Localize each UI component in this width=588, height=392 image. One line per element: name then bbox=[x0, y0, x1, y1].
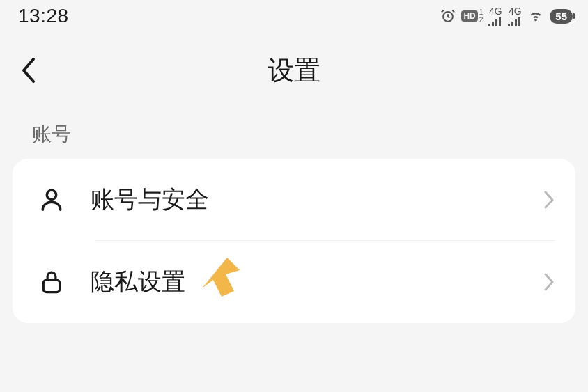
chevron-right-icon bbox=[543, 272, 555, 292]
row-label: 隐私设置 bbox=[91, 266, 543, 298]
svg-point-9 bbox=[47, 190, 56, 199]
chevron-right-icon bbox=[543, 190, 555, 210]
svg-rect-7 bbox=[515, 19, 517, 26]
back-button[interactable] bbox=[14, 55, 45, 86]
svg-rect-5 bbox=[508, 24, 510, 26]
svg-rect-4 bbox=[499, 17, 501, 26]
svg-rect-8 bbox=[518, 17, 520, 26]
status-time: 13:28 bbox=[18, 5, 69, 27]
svg-rect-2 bbox=[492, 22, 494, 26]
page-title: 设置 bbox=[14, 53, 574, 88]
user-icon bbox=[36, 185, 67, 215]
lock-icon bbox=[36, 267, 67, 297]
row-privacy-settings[interactable]: 隐私设置 bbox=[13, 241, 575, 323]
row-label: 账号与安全 bbox=[91, 184, 543, 216]
chevron-left-icon bbox=[21, 56, 38, 84]
settings-card: 账号与安全 隐私设置 bbox=[13, 159, 575, 323]
signal-1-icon: 4G bbox=[488, 6, 502, 26]
row-account-security[interactable]: 账号与安全 bbox=[13, 159, 575, 241]
hd-badge: HD 1 2 bbox=[461, 9, 483, 24]
status-bar: 13:28 HD 1 2 4G 4G 55 bbox=[0, 0, 588, 31]
nav-bar: 设置 bbox=[0, 31, 588, 100]
svg-rect-10 bbox=[43, 280, 59, 292]
wifi-icon bbox=[527, 9, 544, 23]
battery-indicator: 55 bbox=[550, 9, 573, 24]
status-icons: HD 1 2 4G 4G 55 bbox=[440, 6, 573, 26]
alarm-icon bbox=[440, 8, 456, 24]
svg-rect-6 bbox=[511, 22, 513, 26]
svg-rect-3 bbox=[495, 19, 497, 26]
signal-2-icon: 4G bbox=[508, 6, 522, 26]
section-header-account: 账号 bbox=[0, 100, 588, 159]
svg-rect-1 bbox=[488, 24, 490, 26]
